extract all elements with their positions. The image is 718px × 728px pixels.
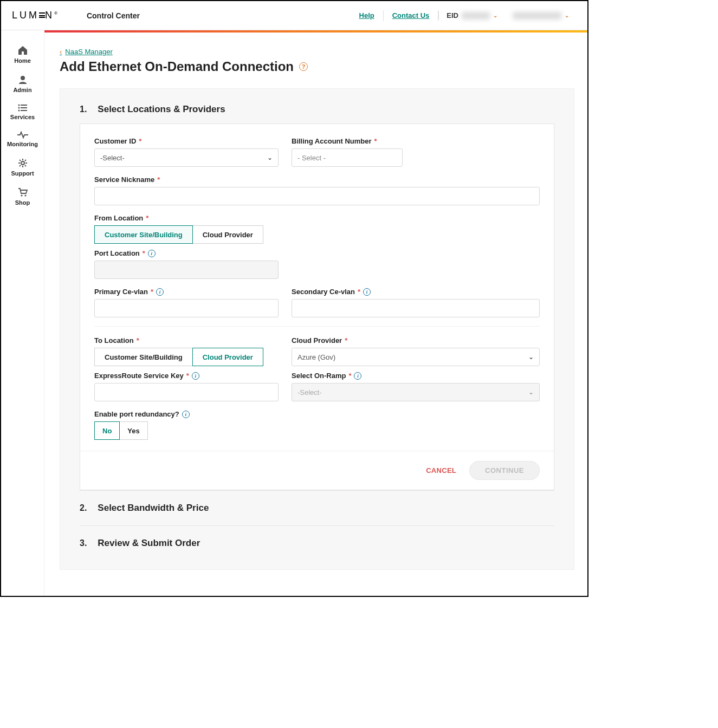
breadcrumb[interactable]: ‹ NaaS Manager [60,48,574,56]
sidebar-item-services[interactable]: Services [1,99,44,126]
chevron-down-icon: ⌄ [528,388,534,396]
svg-point-0 [21,76,25,80]
card-footer: CANCEL CONTINUE [80,451,554,490]
svg-rect-4 [21,107,27,108]
lumen-logo: LUMN® [12,10,60,21]
section-divider [94,326,540,327]
breadcrumb-parent: NaaS Manager [65,48,112,56]
info-icon[interactable]: i [354,372,361,380]
to-location-label: To Location * [94,336,279,344]
svg-point-7 [21,161,24,165]
sidebar-item-label: Support [11,170,34,177]
step-title: Select Locations & Providers [98,104,225,115]
step-number: 3. [80,538,87,548]
step-2-row[interactable]: 2. Select Bandwidth & Price [80,490,554,525]
primary-cevlan-label: Primary Ce-vlan * i [94,288,279,296]
step-number: 1. [80,105,87,114]
app-title: Control Center [87,11,140,20]
sidebar-item-support[interactable]: Support [1,153,44,182]
step-title: Review & Submit Order [98,538,200,549]
to-location-cloud-provider[interactable]: Cloud Provider [192,348,263,366]
cloud-provider-value: Azure (Gov) [297,353,335,361]
expressroute-key-label: ExpressRoute Service Key * i [94,372,279,380]
to-location-customer-site[interactable]: Customer Site/Building [94,348,193,366]
eid-label: EID [447,11,458,20]
secondary-cevlan-label: Secondary Ce-vlan * i [292,288,540,296]
step-number: 2. [80,503,87,513]
info-icon[interactable]: i [182,411,190,418]
customer-id-select[interactable]: -Select- ⌄ [94,148,279,167]
svg-rect-2 [21,105,27,106]
sidebar-item-label: Admin [13,87,31,93]
select-onramp-label: Select On-Ramp * i [292,372,540,380]
port-redundancy-no[interactable]: No [94,421,120,440]
port-redundancy-yes[interactable]: Yes [119,421,147,440]
billing-account-placeholder: - Select - [297,154,326,162]
user-icon [18,75,28,84]
step-1-card: Customer ID * -Select- ⌄ Billing Account… [80,123,554,490]
step-1-header: 1. Select Locations & Providers [80,104,554,115]
activity-icon [17,131,28,139]
sidebar-item-admin[interactable]: Admin [1,69,44,99]
top-header: LUMN® Control Center Help Contact Us EID… [1,1,587,30]
contact-us-link[interactable]: Contact Us [384,10,439,21]
continue-button[interactable]: CONTINUE [469,461,540,480]
list-icon [18,104,28,112]
svg-point-3 [18,107,20,109]
sidebar-item-monitoring[interactable]: Monitoring [1,126,44,153]
sidebar-item-label: Home [14,57,31,64]
select-onramp-select[interactable]: -Select- ⌄ [292,383,540,401]
billing-account-select[interactable]: - Select - [292,148,403,167]
sidebar-item-label: Services [10,114,35,120]
chevron-down-icon: ⌄ [565,12,569,18]
page-title-text: Add Ethernet On-Demand Connection [60,59,294,74]
eid-dropdown[interactable]: EID ⌄ [438,11,505,20]
sidebar-item-label: Shop [15,199,30,206]
cloud-provider-select[interactable]: Azure (Gov) ⌄ [292,348,540,366]
port-redundancy-segment: No Yes [94,421,540,440]
sidebar: Home Admin Services Monitoring Support S… [1,32,44,596]
chevron-down-icon: ⌄ [528,353,534,361]
from-location-segment: Customer Site/Building Cloud Provider [94,225,540,244]
service-nickname-label: Service Nickname * [94,176,540,184]
expressroute-key-input[interactable] [94,383,279,401]
gear-icon [18,158,28,168]
to-location-segment: Customer Site/Building Cloud Provider [94,348,279,366]
help-link[interactable]: Help [351,10,384,21]
port-redundancy-label: Enable port redundancy? i [94,410,540,418]
sidebar-item-label: Monitoring [7,141,38,147]
svg-point-8 [21,194,22,196]
cancel-button[interactable]: CANCEL [426,466,456,474]
primary-cevlan-input[interactable] [94,299,279,317]
from-location-customer-site[interactable]: Customer Site/Building [94,225,193,244]
sidebar-item-shop[interactable]: Shop [1,182,44,211]
info-icon[interactable]: i [148,250,156,257]
sidebar-item-home[interactable]: Home [1,40,44,69]
chevron-left-icon: ‹ [60,48,62,56]
from-location-cloud-provider[interactable]: Cloud Provider [192,225,263,244]
step-3-row[interactable]: 3. Review & Submit Order [80,525,554,561]
svg-rect-6 [21,110,27,111]
info-icon[interactable]: i [156,288,164,296]
select-onramp-placeholder: -Select- [297,388,322,396]
help-icon[interactable]: ? [299,62,308,71]
secondary-cevlan-input[interactable] [292,299,540,317]
page-title: Add Ethernet On-Demand Connection ? [60,59,574,74]
customer-id-label: Customer ID * [94,137,279,145]
service-nickname-input[interactable] [94,187,540,205]
info-icon[interactable]: i [363,288,371,296]
account-dropdown[interactable]: ⌄ [505,12,577,20]
wizard-panel: 1. Select Locations & Providers Customer… [60,88,574,570]
home-icon [17,46,28,55]
svg-point-1 [18,105,20,106]
billing-account-label: Billing Account Number * [292,137,540,145]
port-location-input[interactable] [94,261,279,279]
port-location-label: Port Location * i [94,249,279,257]
svg-point-9 [24,194,26,196]
step-title: Select Bandwidth & Price [98,503,209,514]
eid-value-redacted [462,12,490,20]
cart-icon [17,187,28,197]
chevron-down-icon: ⌄ [267,154,273,161]
cloud-provider-label: Cloud Provider * [292,336,540,344]
info-icon[interactable]: i [192,372,199,380]
